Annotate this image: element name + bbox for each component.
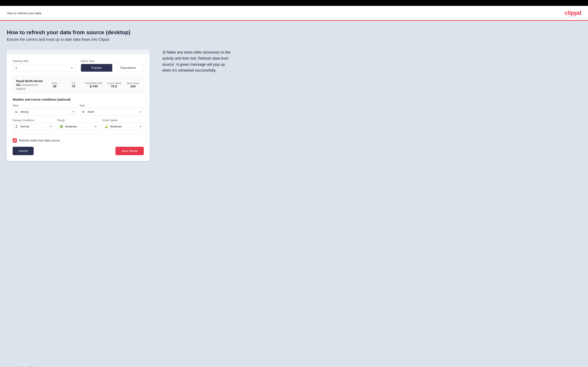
description-block: 3) Make any extra edits necessary to the… <box>162 49 234 74</box>
course-stat-yards: Yards/White (M)) 6,744 <box>85 82 102 88</box>
rain-label: Rain <box>80 104 144 107</box>
content-area: Starting Hole 1 ▼ Game Type Practice Tou… <box>7 49 581 161</box>
holes-value: 18 <box>47 84 62 88</box>
fairway-select[interactable]: Normal <box>13 123 54 130</box>
weather-section: Weather and course conditions (optional)… <box>13 98 144 130</box>
rain-wrapper: ☀ None ▼ <box>80 108 144 116</box>
holes-label: Holes <box>47 82 62 84</box>
course-name-block: Royal North Devon GC, Westward Ho!, Engl… <box>16 79 43 91</box>
wind-wrapper: 🌬 Strong ▼ <box>13 108 77 116</box>
game-type-toggle: Practice Tournament <box>81 64 144 72</box>
main-content: How to refresh your data from source (de… <box>0 21 588 363</box>
game-type-label: Game Type <box>81 59 144 63</box>
starting-hole-label: Starting Hole <box>13 59 76 63</box>
logo: clippd <box>565 10 581 16</box>
weather-section-label: Weather and course conditions (optional) <box>13 98 144 101</box>
top-bar <box>0 0 588 6</box>
green-speed-label: Green Speed <box>102 119 144 122</box>
starting-hole-select[interactable]: 1 <box>13 64 76 72</box>
starting-hole-wrapper: 1 ▼ <box>13 64 76 72</box>
cancel-button[interactable]: Cancel <box>13 147 34 155</box>
course-rating-value: 72.5 <box>107 84 121 88</box>
rough-label: Rough <box>57 119 99 122</box>
starting-hole-group: Starting Hole 1 ▼ <box>13 59 76 72</box>
footer: Copyright Clippd 2022 <box>0 363 588 367</box>
page-subtitle: Ensure the correct and most up to date d… <box>7 37 581 42</box>
tournament-button[interactable]: Tournament <box>112 64 144 72</box>
course-stat-holes: Holes 18 <box>47 82 62 88</box>
fairway-group: Fairway Conditions 🏌 Normal ▼ <box>13 119 54 130</box>
save-button[interactable]: Save Details <box>115 147 144 155</box>
course-stat-slope-rating: Slope rating 134 <box>126 82 140 88</box>
rain-select[interactable]: None <box>80 108 144 116</box>
header-title: How to refresh your data <box>7 11 41 15</box>
par-value: 72 <box>66 84 81 88</box>
header: How to refresh your data clippd <box>0 6 588 21</box>
refresh-checkbox-row: Refresh shots from data source <box>13 138 144 142</box>
green-speed-select[interactable]: Moderate <box>102 123 144 130</box>
refresh-checkbox[interactable] <box>13 138 17 142</box>
game-type-group: Game Type Practice Tournament <box>81 59 144 72</box>
card-top-strip <box>7 49 150 54</box>
rough-wrapper: 🌿 Moderate ▼ <box>57 123 99 130</box>
par-label: Par <box>66 82 81 84</box>
rough-select[interactable]: Moderate <box>57 123 99 130</box>
page-title: How to refresh your data from source (de… <box>7 29 581 36</box>
form-card: Starting Hole 1 ▼ Game Type Practice Tou… <box>7 49 150 161</box>
green-speed-wrapper: ⛳ Moderate ▼ <box>102 123 144 130</box>
practice-button[interactable]: Practice <box>81 64 112 72</box>
course-rating-label: Course rating <box>107 82 121 84</box>
course-info-row: Royal North Devon GC, Westward Ho!, Engl… <box>13 76 144 94</box>
conditions-row-fairway: Fairway Conditions 🏌 Normal ▼ Rough 🌿 <box>13 119 144 130</box>
wind-select[interactable]: Strong <box>13 108 77 116</box>
rain-group: Rain ☀ None ▼ <box>80 104 144 116</box>
form-row-top: Starting Hole 1 ▼ Game Type Practice Tou… <box>13 59 144 72</box>
green-speed-group: Green Speed ⛳ Moderate ▼ <box>102 119 144 130</box>
yards-value: 6,744 <box>85 84 102 88</box>
slope-rating-label: Slope rating <box>126 82 140 84</box>
slope-rating-value: 134 <box>126 84 140 88</box>
fairway-wrapper: 🏌 Normal ▼ <box>13 123 54 130</box>
rough-group: Rough 🌿 Moderate ▼ <box>57 119 99 130</box>
course-stat-par: Par 72 <box>66 82 81 88</box>
fairway-label: Fairway Conditions <box>13 119 54 122</box>
conditions-row-wind-rain: Wind 🌬 Strong ▼ Rain ☀ <box>13 104 144 116</box>
copyright-text: Copyright Clippd 2022 <box>7 366 34 367</box>
course-stat-course-rating: Course rating 72.5 <box>107 82 121 88</box>
yards-label: Yards/White (M)) <box>85 82 102 84</box>
refresh-checkbox-label: Refresh shots from data source <box>19 139 60 142</box>
wind-label: Wind <box>13 104 77 107</box>
wind-group: Wind 🌬 Strong ▼ <box>13 104 77 116</box>
description-text: 3) Make any extra edits necessary to the… <box>162 49 234 74</box>
button-row: Cancel Save Details <box>13 147 144 155</box>
